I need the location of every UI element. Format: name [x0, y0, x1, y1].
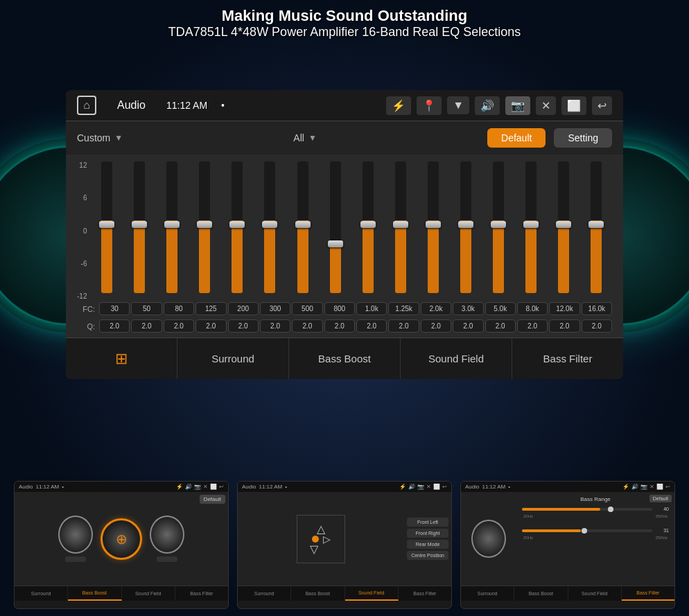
eq-slider-track-6[interactable]: [297, 161, 308, 293]
sf-front-left-btn[interactable]: Front Left: [407, 518, 448, 527]
mini2-title: Audio: [242, 484, 256, 490]
eq-slider-handle-15[interactable]: [588, 221, 604, 228]
eq-slider-track-12[interactable]: [493, 161, 504, 293]
eq-slider-track-7[interactable]: [330, 161, 341, 293]
mini2-tab-bass-boost[interactable]: Bass Boost: [291, 586, 344, 601]
q-row: Q: 2.02.02.02.02.02.02.02.02.02.02.02.02…: [77, 317, 612, 335]
camera-icon[interactable]: 📷: [505, 96, 530, 115]
q-value-8: 2.0: [356, 319, 387, 333]
eq-slider-handle-5[interactable]: [262, 221, 277, 228]
equalizer-icon: ⊞: [115, 350, 128, 368]
eq-slider-track-3[interactable]: [199, 161, 210, 293]
app-title: Audio: [117, 99, 146, 112]
sf-pad[interactable]: △ ▽ ▷: [238, 492, 404, 586]
eq-slider-track-14[interactable]: [558, 161, 569, 293]
eq-slider-track-4[interactable]: [232, 161, 243, 293]
volume-icon[interactable]: 🔊: [475, 96, 500, 115]
eq-slider-handle-9[interactable]: [393, 221, 408, 228]
fc-value-14: 12.0k: [549, 302, 579, 315]
eq-slider-track-8[interactable]: [363, 161, 374, 293]
mini2-win-icon: ⬜: [433, 484, 440, 490]
mini3-tab-surround[interactable]: Surround: [461, 586, 514, 601]
bf-default-btn[interactable]: Default: [649, 495, 672, 502]
eq-band-4: [222, 161, 253, 300]
default-button[interactable]: Default: [487, 128, 546, 148]
mini2-tab-sound-field[interactable]: Sound Field: [345, 586, 399, 601]
bf-slider2-track[interactable]: [522, 529, 652, 532]
tab-equalizer[interactable]: ⊞: [66, 338, 177, 379]
location-icon[interactable]: 📍: [417, 96, 442, 115]
sf-rear-mode-btn[interactable]: Rear Mode: [407, 540, 448, 549]
eq-slider-track-15[interactable]: [591, 161, 602, 293]
preset-dropdown[interactable]: Custom ▼: [77, 132, 123, 143]
channel-dropdown[interactable]: All ▼: [293, 132, 316, 143]
eq-slider-handle-10[interactable]: [426, 221, 441, 228]
mini2-back-icon: ↩: [442, 484, 447, 490]
eq-band-3: [189, 161, 220, 300]
wifi-icon[interactable]: ▼: [447, 96, 469, 114]
eq-slider-handle-3[interactable]: [197, 221, 212, 228]
close-icon[interactable]: ✕: [536, 96, 556, 115]
eq-slider-handle-7[interactable]: [328, 240, 343, 247]
eq-slider-handle-14[interactable]: [556, 221, 571, 228]
mini1-tab-bass-filter[interactable]: Bass Filter: [175, 586, 228, 601]
q-value-12: 2.0: [485, 319, 516, 333]
eq-band-9: [385, 161, 416, 300]
mini3-tab-bass-filter[interactable]: Bass Filter: [622, 586, 674, 601]
eq-slider-handle-8[interactable]: [360, 221, 376, 228]
back-icon[interactable]: ↩: [592, 96, 612, 115]
mini1-tab-sound-field[interactable]: Sound Field: [122, 586, 175, 601]
window-icon[interactable]: ⬜: [561, 96, 586, 115]
eq-slider-handle-12[interactable]: [491, 221, 506, 228]
tab-sound-field[interactable]: Sound Field: [401, 338, 512, 379]
eq-band-10: [417, 161, 448, 300]
header: Making Music Sound Outstanding TDA7851L …: [0, 7, 689, 39]
scale-6: 6: [77, 194, 87, 202]
eq-slider-handle-4[interactable]: [229, 221, 245, 228]
eq-slider-handle-1[interactable]: [132, 221, 147, 228]
eq-slider-handle-13[interactable]: [523, 221, 539, 228]
mini-topbar-2: Audio 11:12 AM • ⚡ 🔊 📷 ✕ ⬜ ↩: [238, 482, 451, 492]
mini3-win-icon: ⬜: [656, 484, 663, 490]
eq-slider-track-2[interactable]: [166, 161, 177, 293]
eq-slider-track-5[interactable]: [264, 161, 275, 293]
eq-slider-track-10[interactable]: [428, 161, 439, 293]
fc-value-0: 30: [99, 302, 130, 315]
tab-surround[interactable]: Surround: [177, 338, 289, 379]
eq-slider-track-13[interactable]: [525, 161, 537, 293]
eq-slider-handle-2[interactable]: [164, 221, 180, 228]
sf-centre-position-btn[interactable]: Centre Position: [407, 551, 448, 560]
sf-front-right-btn[interactable]: Front Right: [407, 529, 448, 538]
mini1-default-btn[interactable]: Default: [200, 495, 225, 504]
bluetooth-icon[interactable]: ⚡: [386, 96, 411, 115]
bf-slider1-track[interactable]: [522, 508, 652, 511]
tab-bass-boost-label: Bass Boost: [318, 353, 371, 364]
mini3-tab-sound-field[interactable]: Sound Field: [568, 586, 622, 601]
eq-slider-handle-0[interactable]: [99, 221, 114, 228]
bf-slider2-handle[interactable]: [582, 528, 587, 534]
eq-slider-track-9[interactable]: [395, 161, 406, 293]
mini1-tab-surround[interactable]: Surround: [15, 586, 68, 601]
bf-slider1-handle[interactable]: [608, 507, 613, 512]
eq-band-2: [157, 161, 188, 300]
bf-slider2-row: 31: [522, 528, 669, 533]
bf-slider1-row: 40: [522, 507, 669, 511]
tab-bass-filter[interactable]: Bass Filter: [512, 338, 623, 379]
eq-slider-handle-11[interactable]: [458, 221, 473, 228]
eq-slider-track-0[interactable]: [101, 161, 112, 293]
setting-button[interactable]: Setting: [554, 128, 612, 148]
scale-neg6: -6: [77, 260, 87, 267]
mini3-title: Audio: [465, 484, 479, 490]
eq-slider-handle-6[interactable]: [295, 221, 311, 228]
eq-slider-track-1[interactable]: [134, 161, 145, 293]
mini1-tab-bass-boost[interactable]: Bass Boost: [68, 586, 121, 601]
tab-bass-boost[interactable]: Bass Boost: [289, 338, 401, 379]
mini2-tab-bass-filter[interactable]: Bass Filter: [399, 586, 451, 601]
tab-sound-field-label: Sound Field: [428, 353, 484, 364]
mini2-tab-surround[interactable]: Surround: [238, 586, 291, 601]
bf-slider2-value: 31: [655, 528, 669, 533]
mini3-tab-bass-boost[interactable]: Bass Boost: [514, 586, 568, 601]
eq-slider-track-11[interactable]: [460, 161, 471, 293]
mini3-icons: ⚡ 🔊 📷 ✕ ⬜ ↩: [622, 484, 670, 490]
home-button[interactable]: ⌂: [77, 96, 96, 115]
